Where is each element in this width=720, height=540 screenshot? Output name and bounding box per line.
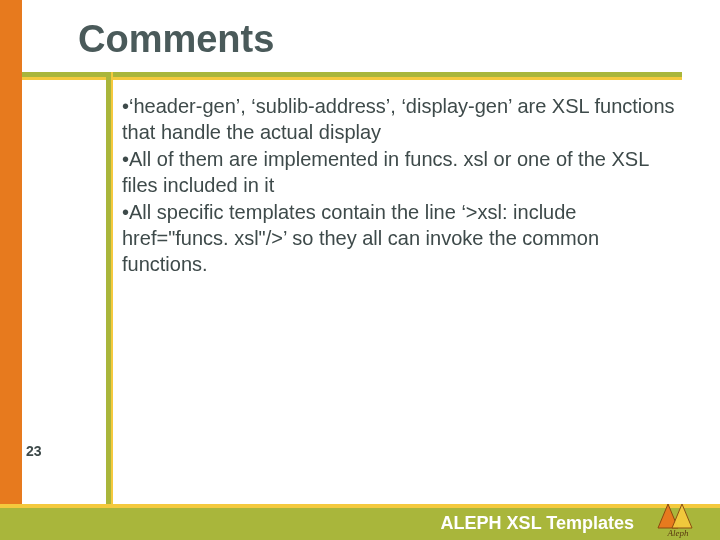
slide-body: •‘header-gen’, ‘sublib-address’, ‘displa… <box>122 94 682 279</box>
logo-text: Aleph <box>667 528 689 538</box>
slide: Comments •‘header-gen’, ‘sublib-address’… <box>0 0 720 540</box>
left-orange-column <box>0 0 22 540</box>
bullet-text: ‘header-gen’, ‘sublib-address’, ‘display… <box>122 95 675 143</box>
bullet-text: All of them are implemented in funcs. xs… <box>122 148 649 196</box>
bullet-item: •‘header-gen’, ‘sublib-address’, ‘displa… <box>122 94 682 145</box>
divider-yellow <box>22 77 682 80</box>
horizontal-divider <box>22 72 682 80</box>
bullet-item: •All specific templates contain the line… <box>122 200 682 277</box>
bullet-dot-icon: • <box>122 95 129 117</box>
vertical-divider-yellow <box>111 72 113 507</box>
slide-title: Comments <box>78 18 274 61</box>
bullet-text: All specific templates contain the line … <box>122 201 599 274</box>
bullet-item: •All of them are implemented in funcs. x… <box>122 147 682 198</box>
bullet-dot-icon: • <box>122 201 129 223</box>
aleph-logo-icon: Aleph <box>652 494 704 538</box>
footer: ALEPH XSL Templates Aleph <box>0 500 720 540</box>
footer-text: ALEPH XSL Templates <box>441 513 634 534</box>
slide-number: 23 <box>26 443 42 459</box>
bullet-dot-icon: • <box>122 148 129 170</box>
